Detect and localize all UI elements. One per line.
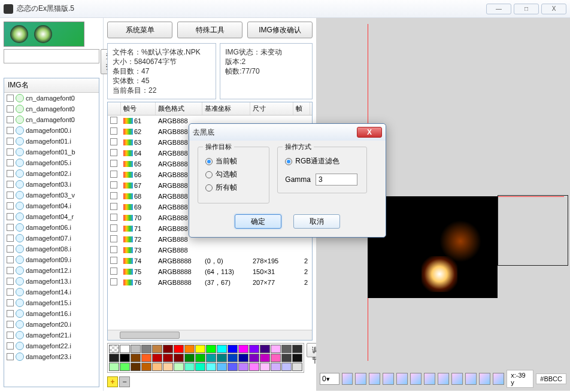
checkbox[interactable] — [7, 299, 14, 306]
list-item[interactable]: damagefont06.i — [4, 222, 99, 233]
checkbox[interactable] — [7, 310, 14, 317]
list-item[interactable]: damagefont16.i — [4, 308, 99, 319]
tool-icon[interactable] — [493, 373, 504, 385]
color-swatch[interactable] — [109, 363, 119, 371]
color-swatch[interactable] — [217, 345, 227, 353]
col-color-format[interactable]: 颜色格式 — [156, 102, 202, 115]
color-swatch[interactable] — [281, 363, 292, 371]
tool-icon[interactable] — [479, 373, 490, 385]
table-row[interactable]: 76ARGB8888(37，67)207×772 — [108, 277, 312, 288]
checkbox[interactable] — [7, 256, 14, 263]
checkbox[interactable] — [7, 116, 14, 123]
color-swatch[interactable] — [141, 363, 151, 371]
checkbox[interactable] — [7, 105, 14, 113]
list-item[interactable]: damagefont00.i — [4, 125, 99, 136]
ok-button[interactable]: 确定 — [235, 214, 281, 229]
list-item[interactable]: damagefont03_v — [4, 190, 99, 200]
list-item[interactable]: damagefont15.i — [4, 297, 99, 308]
tool-icon[interactable] — [438, 373, 449, 385]
checkbox[interactable] — [7, 321, 14, 328]
table-row[interactable]: 73ARGB888 — [108, 245, 312, 256]
color-swatch[interactable] — [109, 354, 119, 362]
color-swatch[interactable] — [271, 354, 281, 362]
checkbox[interactable] — [7, 95, 14, 102]
color-swatch[interactable] — [141, 345, 151, 353]
color-swatch[interactable] — [281, 354, 292, 362]
checkbox[interactable] — [7, 288, 14, 296]
color-swatch[interactable] — [184, 363, 195, 371]
color-swatch[interactable] — [184, 354, 195, 362]
col-base-coord[interactable]: 基准坐标 — [202, 102, 250, 115]
list-item[interactable]: damagefont14.i — [4, 287, 99, 297]
color-swatch[interactable] — [238, 345, 248, 353]
checkbox[interactable] — [110, 278, 117, 285]
minimize-button[interactable]: — — [486, 4, 511, 14]
table-row[interactable]: 75ARGB8888(64，113)150×312 — [108, 266, 312, 277]
col-frame[interactable]: 帧 — [293, 102, 310, 115]
tool-icon[interactable] — [465, 373, 477, 385]
checkbox[interactable] — [7, 170, 14, 177]
checkbox[interactable] — [7, 278, 14, 285]
checkbox[interactable] — [7, 192, 14, 199]
color-swatch[interactable] — [152, 363, 162, 371]
color-swatch[interactable] — [228, 354, 238, 362]
list-item[interactable]: damagefont07.i — [4, 233, 99, 244]
color-swatch[interactable] — [195, 354, 205, 362]
radio-rgb-filter[interactable]: RGB通道滤色 — [285, 156, 359, 166]
checkbox[interactable] — [110, 127, 117, 135]
checkbox[interactable] — [7, 202, 14, 209]
color-swatch[interactable] — [120, 345, 130, 353]
color-swatch[interactable] — [120, 354, 130, 362]
checkbox[interactable] — [110, 149, 117, 156]
checkbox[interactable] — [7, 213, 14, 220]
color-swatch[interactable] — [292, 345, 302, 353]
color-swatch[interactable] — [228, 345, 238, 353]
add-color-button[interactable]: + — [107, 376, 118, 387]
checkbox[interactable] — [110, 257, 117, 264]
checkbox[interactable] — [7, 245, 14, 253]
img-list[interactable]: IMG名 cn_damagefont0cn_damagefont0cn_dama… — [4, 78, 99, 387]
color-swatch[interactable] — [195, 345, 205, 353]
radio-current-frame[interactable]: 当前帧 — [205, 156, 262, 166]
checkbox[interactable] — [7, 138, 14, 145]
color-swatch[interactable] — [141, 354, 151, 362]
list-item[interactable]: damagefont01.i — [4, 136, 99, 147]
tool-icon[interactable] — [410, 373, 422, 385]
checkbox[interactable] — [110, 138, 117, 145]
checkbox[interactable] — [7, 159, 14, 166]
tool-icon[interactable] — [396, 373, 408, 385]
img-confirm-button[interactable]: IMG修改确认 — [247, 22, 313, 38]
checkbox[interactable] — [110, 117, 117, 124]
list-item[interactable]: damagefont20.i — [4, 319, 99, 330]
list-item[interactable]: damagefont23.i — [4, 351, 99, 362]
color-swatch[interactable] — [281, 345, 292, 353]
checkbox[interactable] — [110, 160, 117, 167]
color-swatch[interactable] — [195, 363, 205, 371]
list-item[interactable]: damagefont04_r — [4, 211, 99, 222]
col-size[interactable]: 尺寸 — [250, 102, 293, 115]
list-item[interactable]: cn_damagefont0 — [4, 93, 99, 104]
list-item[interactable]: damagefont12.i — [4, 265, 99, 276]
color-swatch[interactable] — [206, 354, 216, 362]
selection-box[interactable] — [498, 195, 568, 266]
list-item[interactable]: cn_damagefont0 — [4, 114, 99, 125]
list-item[interactable]: damagefont22.i — [4, 341, 99, 351]
zoom-value[interactable]: 0 ▾ — [320, 373, 339, 385]
radio-checked-frames[interactable]: 勾选帧 — [205, 169, 262, 180]
list-item[interactable]: damagefont02.i — [4, 168, 99, 179]
list-item[interactable]: damagefont05.i — [4, 157, 99, 168]
list-item[interactable]: damagefont04.i — [4, 200, 99, 211]
special-tools-button[interactable]: 特殊工具 — [177, 22, 242, 38]
color-swatch[interactable] — [174, 345, 184, 353]
color-swatch[interactable] — [238, 354, 248, 362]
color-swatch[interactable] — [131, 354, 141, 362]
color-swatch[interactable] — [260, 363, 270, 371]
list-item[interactable]: damagefont21.i — [4, 330, 99, 341]
checkbox[interactable] — [7, 353, 14, 360]
color-swatch[interactable] — [249, 354, 259, 362]
color-swatch[interactable] — [163, 363, 173, 371]
checkbox[interactable] — [110, 192, 117, 199]
color-palette[interactable] — [107, 343, 304, 373]
tool-icon[interactable] — [383, 373, 394, 385]
list-item[interactable]: damagefont08.i — [4, 244, 99, 254]
